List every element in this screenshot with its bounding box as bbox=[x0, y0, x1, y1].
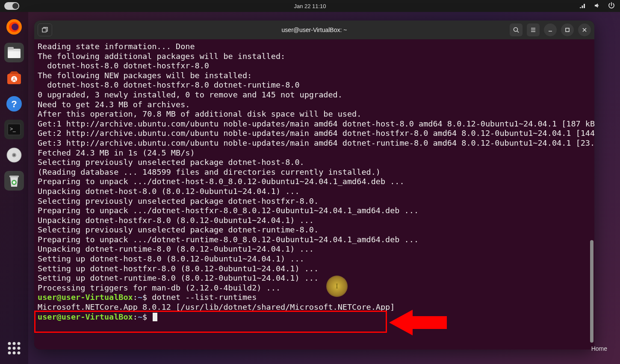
dock-help[interactable]: ? bbox=[4, 94, 24, 114]
gnome-topbar: Jan 22 11:10 bbox=[0, 0, 620, 12]
svg-text:?: ? bbox=[11, 99, 17, 109]
terminal-titlebar[interactable]: user@user-VirtualBox: ~ bbox=[34, 21, 594, 39]
new-tab-button[interactable] bbox=[38, 23, 52, 36]
svg-point-27 bbox=[13, 352, 16, 355]
svg-point-28 bbox=[18, 352, 21, 355]
prompt-user: user@user-VirtualBox bbox=[38, 293, 133, 302]
volume-icon[interactable] bbox=[593, 2, 600, 10]
close-button[interactable] bbox=[578, 23, 591, 36]
svg-rect-4 bbox=[8, 47, 14, 50]
svg-point-21 bbox=[13, 342, 16, 345]
activities-corner[interactable] bbox=[4, 2, 19, 10]
svg-rect-18 bbox=[9, 176, 19, 177]
terminal-window: user@user-VirtualBox: ~ Reading state in… bbox=[34, 21, 594, 349]
cursor bbox=[153, 313, 157, 321]
search-button[interactable] bbox=[510, 23, 523, 36]
svg-point-22 bbox=[18, 342, 21, 345]
dock-show-apps[interactable] bbox=[4, 338, 24, 358]
svg-point-17 bbox=[13, 154, 15, 156]
network-icon[interactable] bbox=[579, 2, 586, 10]
system-tray[interactable] bbox=[579, 2, 615, 10]
terminal-output[interactable]: Reading state information... Done The fo… bbox=[34, 39, 594, 349]
maximize-button[interactable] bbox=[561, 23, 574, 36]
svg-point-26 bbox=[8, 352, 11, 355]
dock-files[interactable] bbox=[4, 43, 24, 62]
svg-rect-5 bbox=[8, 51, 21, 58]
power-icon[interactable] bbox=[608, 2, 615, 10]
runtime-output: Microsoft.NETCore.App 8.0.12 [/usr/lib/d… bbox=[38, 302, 395, 311]
svg-rect-31 bbox=[566, 28, 569, 32]
scrollbar[interactable] bbox=[590, 240, 593, 343]
dock-trash[interactable] bbox=[4, 171, 24, 191]
svg-text:>_: >_ bbox=[10, 126, 16, 132]
command-text: dotnet --list-runtimes bbox=[152, 293, 257, 302]
svg-point-2 bbox=[12, 23, 18, 30]
desktop-home-label[interactable]: Home bbox=[591, 345, 607, 352]
minimize-button[interactable] bbox=[544, 23, 557, 36]
prompt-path: ~ bbox=[138, 293, 142, 302]
dock-disk[interactable] bbox=[4, 145, 24, 165]
svg-point-23 bbox=[8, 347, 11, 350]
dock-terminal[interactable]: >_ bbox=[4, 120, 24, 139]
svg-rect-29 bbox=[42, 28, 46, 32]
svg-point-20 bbox=[8, 342, 11, 345]
svg-point-25 bbox=[18, 347, 21, 350]
clock[interactable]: Jan 22 11:10 bbox=[294, 3, 326, 9]
hamburger-menu[interactable] bbox=[527, 23, 540, 36]
dock: A ? >_ bbox=[0, 12, 28, 364]
dock-firefox[interactable] bbox=[4, 17, 24, 37]
activities-pill[interactable] bbox=[4, 2, 19, 10]
svg-text:A: A bbox=[12, 76, 16, 82]
svg-point-24 bbox=[13, 347, 16, 350]
dock-software[interactable]: A bbox=[4, 68, 24, 88]
svg-point-30 bbox=[514, 28, 518, 32]
